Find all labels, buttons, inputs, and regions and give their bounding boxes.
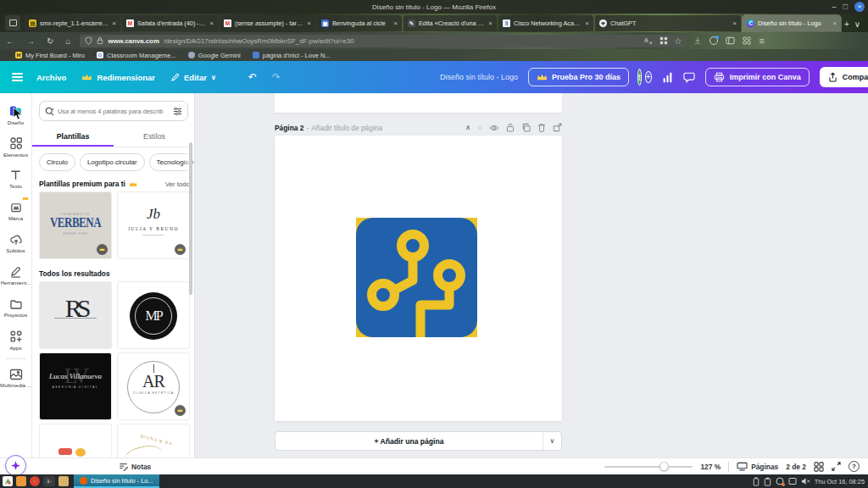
sidebar-item-elementos[interactable]: Elementos — [0, 130, 32, 163]
move-page-up-icon[interactable]: ∧ — [465, 124, 470, 131]
add-member-button[interactable]: + — [645, 71, 652, 83]
active-window-button[interactable]: Diseño sin título - Lo... — [74, 474, 159, 488]
tab-close-icon[interactable]: × — [393, 19, 398, 27]
close-button[interactable]: × — [854, 2, 865, 12]
fullscreen-icon[interactable] — [832, 462, 841, 471]
canva-menu-icon[interactable] — [12, 73, 23, 81]
browser-launcher-icon[interactable]: ◦ — [30, 476, 40, 486]
share-button[interactable]: Compartir — [820, 67, 868, 87]
browser-tab[interactable]: M (sense assumpte) - tarik.abe × — [220, 15, 315, 31]
comments-button[interactable] — [683, 72, 695, 83]
browser-tab[interactable]: ▤ smx-repte_1.1-encàrrecs-ta × — [25, 15, 120, 31]
template-rs[interactable]: RS — [39, 281, 112, 349]
tab-estilos[interactable]: Estilos — [114, 127, 195, 147]
panel-scrollbar[interactable] — [189, 142, 192, 295]
bookmark-item[interactable]: G Classroom Manageme... — [97, 52, 176, 59]
template-mp[interactable]: MP — [117, 281, 190, 349]
ver-todo-link[interactable]: Ver todo — [165, 180, 190, 188]
insights-button[interactable] — [662, 72, 673, 83]
browser-tab[interactable]: ✳ ChatGPT × — [595, 15, 741, 31]
bookmark-star-icon[interactable]: ☆ — [674, 36, 682, 46]
window-manager-icon[interactable] — [788, 477, 797, 485]
extensions-icon[interactable] — [743, 36, 751, 45]
files-icon[interactable] — [16, 476, 26, 486]
account-icon[interactable] — [709, 36, 718, 45]
sidebar-item-herramientas[interactable]: Herramient... — [0, 259, 32, 291]
print-button[interactable]: Imprimir con Canva — [705, 68, 810, 86]
app-menu-icon[interactable] — [3, 476, 13, 486]
sidebar-icon[interactable] — [726, 36, 735, 45]
tab-close-icon[interactable]: × — [112, 19, 116, 27]
list-tabs-button[interactable]: ∨ — [854, 19, 860, 29]
url-bar[interactable]: www.canva.com/design/DAG17ndnIss/nhwOoys… — [80, 35, 687, 47]
volume-muted-icon[interactable] — [801, 477, 810, 485]
archivo-menu[interactable]: Archivo — [36, 73, 66, 82]
redimensionar-menu[interactable]: Redimensionar — [81, 73, 155, 82]
template-ar[interactable]: AR CLÍNICA ESTÉTICA — [117, 352, 190, 420]
chip-circulo[interactable]: Circulo — [39, 153, 75, 171]
template-search[interactable] — [39, 101, 188, 121]
bookmark-item[interactable]: pàgina d'inici - Love N... — [253, 52, 331, 59]
hide-page-icon[interactable] — [489, 124, 499, 132]
page-1-bottom[interactable] — [275, 93, 562, 113]
search-input[interactable] — [58, 108, 170, 115]
filter-icon[interactable] — [173, 107, 182, 116]
page-2-canvas[interactable] — [275, 136, 562, 421]
help-button[interactable]: ? — [849, 461, 860, 472]
add-page-icon[interactable] — [553, 123, 562, 132]
undo-button[interactable]: ↶ — [248, 71, 257, 83]
assistant-button[interactable] — [5, 455, 26, 476]
back-button[interactable]: ← — [6, 36, 14, 46]
avatar[interactable]: t — [637, 69, 642, 86]
sidebar-item-apps[interactable]: Apps — [0, 324, 32, 356]
zoom-value[interactable]: 127 % — [700, 463, 721, 471]
battery-icon[interactable] — [753, 477, 760, 486]
maximize-button[interactable]: □ — [843, 1, 848, 13]
sidebar-item-subidos[interactable]: Subidos — [0, 227, 32, 259]
forward-button[interactable]: → — [26, 36, 35, 46]
move-page-down-icon[interactable]: ∨ — [477, 124, 482, 131]
tab-close-icon[interactable]: × — [209, 19, 214, 27]
document-title[interactable]: Diseño sin título - Logo — [440, 73, 518, 81]
tab-close-icon[interactable]: × — [732, 19, 737, 27]
page-title-placeholder[interactable]: Añadir título de página — [311, 124, 382, 132]
redo-button[interactable]: ↷ — [272, 71, 281, 83]
sidebar-item-marca[interactable]: Marca — [0, 195, 32, 227]
template-julia-bruno[interactable]: Jb JULIA Y BRUNO — [117, 191, 190, 259]
clipboard-icon[interactable] — [764, 477, 771, 486]
browser-tab-active[interactable]: C Diseño sin título - Logo × — [743, 15, 841, 31]
menu-icon[interactable]: ≡ — [759, 36, 764, 46]
sidebar-item-texto[interactable]: Texto — [0, 163, 32, 195]
logo-image[interactable] — [356, 218, 477, 337]
tab-close-icon[interactable]: × — [488, 19, 492, 27]
translate-icon[interactable]: Aa — [644, 36, 654, 45]
clock[interactable]: Thu Oct 16, 08:25 — [815, 478, 865, 485]
reload-button[interactable]: ↻ — [47, 36, 53, 46]
downloads-icon[interactable] — [693, 36, 702, 45]
template-lv[interactable]: LV Lucas Villanueva ASESORIA DIGITAL — [39, 352, 112, 420]
workspace-badge[interactable]: 1- — [43, 476, 55, 486]
browser-tab[interactable]: ✎ Edita «Creació d'una imatge × — [403, 15, 497, 31]
lock-page-icon[interactable] — [506, 123, 515, 132]
home-button[interactable]: ⌂ — [65, 36, 70, 46]
chip-logotipo-circular[interactable]: Logotipo circular — [80, 153, 145, 171]
tab-close-icon[interactable]: × — [307, 19, 311, 27]
duplicate-page-icon[interactable] — [521, 123, 531, 132]
browser-tab[interactable]: M Safata d'entrada (40) - tarik × — [122, 15, 218, 31]
zoom-slider[interactable] — [604, 466, 693, 468]
zoom-slider-thumb[interactable] — [659, 462, 669, 471]
extensions-grid-icon[interactable] — [659, 36, 668, 45]
sidebar-item-proyectos[interactable]: Proyectos — [0, 291, 32, 324]
bookmark-item[interactable]: M My First Board - Miro — [15, 52, 85, 59]
firefox-view-icon[interactable] — [5, 15, 20, 30]
delete-page-icon[interactable] — [537, 123, 546, 132]
add-page-options-chevron[interactable]: ∨ — [542, 432, 561, 450]
minimize-button[interactable]: – — [832, 1, 837, 13]
pages-view-button[interactable]: Páginas — [737, 462, 778, 471]
new-tab-button[interactable]: + — [844, 19, 849, 29]
editar-menu[interactable]: Editar ∨ — [170, 73, 216, 82]
browser-tab[interactable]: ‖ Cisco Networking Academy × — [498, 15, 593, 31]
update-notifier-icon[interactable] — [776, 477, 784, 485]
folder-icon[interactable] — [58, 476, 69, 486]
template-partial-left[interactable] — [39, 424, 112, 458]
